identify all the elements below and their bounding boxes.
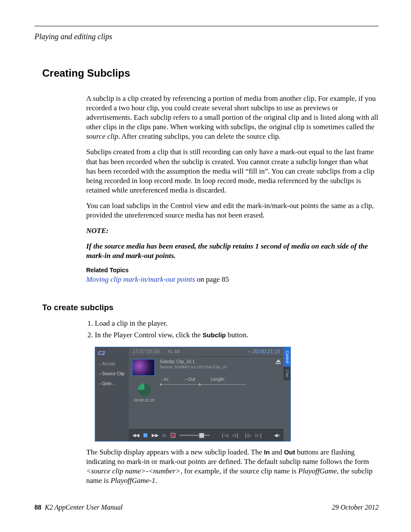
section-heading: Creating Subclips <box>42 67 379 79</box>
text: button. <box>226 331 248 339</box>
step-back-button[interactable]: ◁❘ <box>232 432 240 438</box>
tc-mode-label: TC, EE <box>167 349 180 354</box>
progress-pie-icon <box>138 383 151 396</box>
goto-button[interactable]: →Goto… <box>98 381 126 386</box>
ui-button-name-in: In <box>264 448 270 456</box>
stop-button[interactable] <box>143 433 147 437</box>
cue-tab[interactable]: Cue <box>283 367 290 381</box>
text: A subclip is a clip created by referenci… <box>86 94 378 131</box>
step-2: In the Player Control view, click the Su… <box>95 330 379 341</box>
subsection-heading: To create subclips <box>42 303 379 312</box>
term-source-clip: source clip <box>86 132 118 140</box>
skip-to-end-button[interactable]: ▷❘ <box>255 432 263 438</box>
length-label: Length: <box>211 377 225 382</box>
manual-title: K2 AppCenter User Manual <box>45 504 123 511</box>
text: and <box>270 448 284 456</box>
related-topics-heading: Related Topics <box>86 267 379 274</box>
paragraph: Subclips created from a clip that is sti… <box>86 147 379 195</box>
paragraph: A subclip is a clip created by referenci… <box>86 94 379 141</box>
step-forward-button[interactable]: ❘▷ <box>244 432 251 438</box>
record-button[interactable] <box>171 433 175 438</box>
speaker-icon[interactable]: ◀» <box>274 432 280 438</box>
accept-button[interactable]: →Accept <box>98 361 126 366</box>
play-button[interactable]: ▷ <box>163 432 166 438</box>
shuttle-slider[interactable] <box>180 435 210 436</box>
example-source-name: PlayoffGame <box>298 467 337 475</box>
source-label: Source: <box>160 365 173 369</box>
related-topic-page: on page 85 <box>195 275 229 283</box>
timecode-current: 17:07:05.06 <box>132 348 159 355</box>
subclip-name: Clip_10-1 <box>176 359 195 364</box>
paragraph: The Subclip display appears with a new s… <box>86 448 379 485</box>
page-footer: 88 K2 AppCenter User Manual 29 October 2… <box>34 504 379 511</box>
left-panel: C2 →Accept →Source Clip →Goto… <box>95 347 129 441</box>
related-topic-link-row: Moving clip mark-in/mark-out points on p… <box>86 275 379 284</box>
subclip-label: Subclip: <box>160 359 175 364</box>
control-tab[interactable]: Control <box>283 347 290 367</box>
clip-thumbnail <box>132 359 155 376</box>
step-1: Load a clip in the player. <box>95 318 379 329</box>
text: , for example, if the source clip name i… <box>181 467 298 475</box>
footer-date: 29 October 2012 <box>332 504 379 511</box>
timecode-remaining: 00:00:21:15 <box>253 348 280 355</box>
text: . After creating subclips, you can delet… <box>118 132 280 140</box>
text: The Subclip display appears with a new s… <box>86 448 264 456</box>
channel-label: C2 <box>98 350 126 356</box>
source-clip-button[interactable]: →Source Clip <box>98 371 126 376</box>
rewind-button[interactable]: ◀◀ <box>132 432 139 438</box>
top-bar: 17:07:05.06 TC, EE • 00:00:21:15 <box>129 347 283 357</box>
paragraph: You can load subclips in the Control vie… <box>86 201 379 220</box>
ui-button-name-subclip: Subclip <box>202 331 226 339</box>
mark-out-button[interactable]: →Out: <box>184 377 196 382</box>
text: . <box>156 476 157 485</box>
source-path: SUMMIT-X2-12/V:/Ha:/Clip_10 <box>174 365 227 369</box>
player-screenshot: C2 →Accept →Source Clip →Goto… 17:07:05.… <box>95 347 291 442</box>
eject-icon[interactable] <box>276 359 281 362</box>
skip-to-start-button[interactable]: ❘◁ <box>221 432 228 438</box>
example-subclip-name: PlayoffGame-1 <box>111 476 156 485</box>
transport-bar: ◀◀ ▶▶ ▷ ❘◁ ◁❘ ❘▷ ▷❘ ◀» <box>129 429 283 441</box>
name-form-template: <source clip name>-<number> <box>86 467 181 475</box>
text: In the Player Control view, click the <box>95 331 202 339</box>
ui-button-name-out: Out <box>284 448 295 456</box>
page-number: 88 <box>34 504 41 511</box>
steps-list: Load a clip in the player. In the Player… <box>95 318 379 340</box>
duration-readout: 00:00:21:15 <box>132 398 156 402</box>
mark-in-button[interactable]: →In: <box>160 377 169 382</box>
note-body: If the source media has been erased, the… <box>86 242 379 261</box>
related-topic-link[interactable]: Moving clip mark-in/mark-out points <box>86 275 195 283</box>
fast-forward-button[interactable]: ▶▶ <box>152 432 159 438</box>
running-head: Playing and editing clips <box>34 32 379 41</box>
timeline-line[interactable] <box>160 384 246 385</box>
note-label: NOTE: <box>86 226 379 236</box>
